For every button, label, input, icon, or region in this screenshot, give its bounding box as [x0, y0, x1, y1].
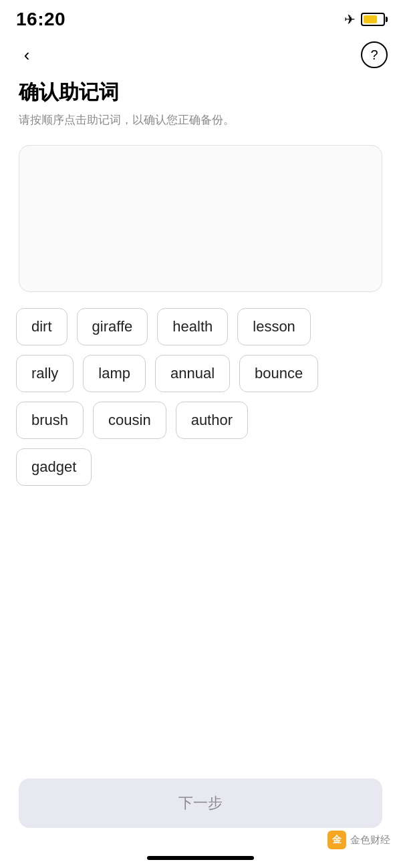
word-chip-health[interactable]: health	[157, 308, 228, 345]
help-button[interactable]: ?	[361, 41, 388, 68]
airplane-icon: ✈	[344, 11, 356, 27]
page-title: 确认助记词	[19, 79, 382, 106]
home-indicator	[147, 856, 254, 860]
watermark-text: 金色财经	[350, 834, 390, 847]
battery-fill	[364, 15, 377, 23]
page-header: 确认助记词 请按顺序点击助记词，以确认您正确备份。	[0, 74, 401, 140]
back-chevron-icon: ‹	[24, 46, 30, 63]
word-chip-author[interactable]: author	[176, 402, 248, 439]
word-chip-bounce[interactable]: bounce	[239, 355, 318, 392]
word-row-1: dirt giraffe health lesson	[16, 308, 385, 345]
word-grid: dirt giraffe health lesson rally lamp an…	[0, 308, 401, 486]
word-chip-dirt[interactable]: dirt	[16, 308, 68, 345]
word-chip-lamp[interactable]: lamp	[83, 355, 146, 392]
word-row-4: gadget	[16, 448, 385, 486]
word-chip-brush[interactable]: brush	[16, 402, 84, 439]
battery-icon	[361, 13, 385, 26]
word-row-2: rally lamp annual bounce	[16, 355, 385, 392]
nav-bar: ‹ ?	[0, 36, 401, 74]
word-chip-cousin[interactable]: cousin	[93, 402, 166, 439]
help-icon: ?	[370, 47, 378, 63]
word-chip-giraffe[interactable]: giraffe	[77, 308, 148, 345]
word-chip-lesson[interactable]: lesson	[237, 308, 311, 345]
word-chip-rally[interactable]: rally	[16, 355, 74, 392]
status-bar: 16:20 ✈	[0, 0, 401, 36]
watermark-icon: 金	[327, 831, 346, 849]
next-button-wrapper: 下一步	[19, 778, 382, 828]
word-chip-gadget[interactable]: gadget	[16, 448, 92, 486]
status-time: 16:20	[16, 9, 65, 30]
watermark: 金 金色财经	[327, 831, 390, 849]
word-chip-annual[interactable]: annual	[155, 355, 230, 392]
mnemonic-display-area	[19, 145, 382, 292]
back-button[interactable]: ‹	[13, 41, 40, 68]
next-button[interactable]: 下一步	[19, 778, 382, 828]
status-icons: ✈	[344, 11, 385, 27]
word-row-3: brush cousin author	[16, 402, 385, 439]
page-subtitle: 请按顺序点击助记词，以确认您正确备份。	[19, 112, 382, 129]
